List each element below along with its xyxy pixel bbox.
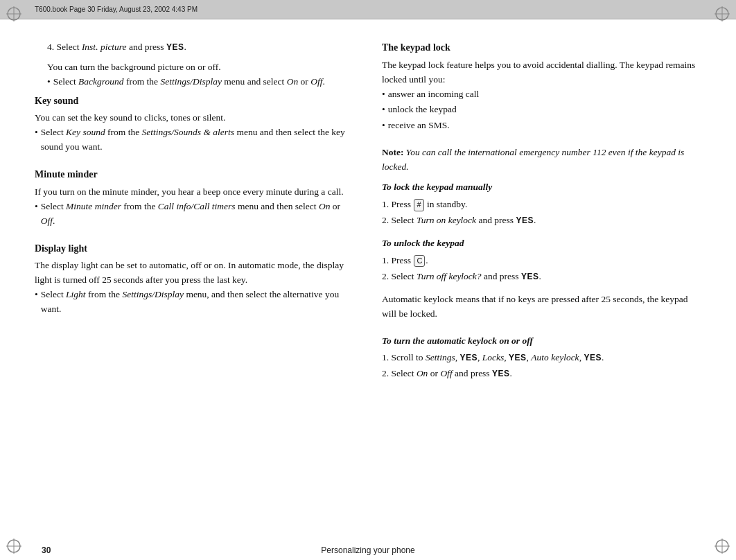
key-sound-title: Key sound (35, 94, 354, 109)
background-para: You can turn the background picture on o… (47, 60, 354, 89)
key-sound-body: You can set the key sound to clicks, ton… (35, 111, 354, 125)
display-light-section: Display light The display light can be s… (35, 241, 354, 317)
c-key-icon: C (414, 255, 425, 267)
yes-label-7: YES (492, 369, 510, 378)
keypad-bullet-2: • unlock the keypad (382, 103, 701, 117)
on-italic-r: On (417, 368, 428, 378)
call-info-italic: Call info/Call timers (158, 201, 236, 211)
yes-label-5: YES (509, 353, 527, 362)
key-sound-bullet-text: Select Key sound from the Settings/Sound… (41, 125, 354, 155)
yes-label-3: YES (521, 272, 539, 281)
turn-auto-step-2: 2. Select On or Off and press YES. (382, 367, 701, 381)
note-text: You can call the international emergency… (382, 147, 684, 172)
turn-auto-title: To turn the automatic keylock on or off (382, 334, 701, 349)
settings-italic-r: Settings (426, 352, 455, 362)
unlock-section: To unlock the keypad 1. Press C. 2. Sele… (382, 236, 701, 284)
header-text: T600.book Page 30 Friday, August 23, 200… (35, 6, 198, 13)
yes-label-1: YES (166, 42, 184, 52)
keypad-bullet-3-text: receive an SMS. (388, 119, 450, 133)
minute-minder-bullet-text: Select Minute minder from the Call info/… (41, 200, 354, 229)
auto-keylock-text: Automatic keylock means that if no keys … (382, 294, 688, 319)
lock-step-2: 2. Select Turn on keylock and press YES. (382, 213, 701, 228)
keypad-lock-section: The keypad lock The keypad lock feature … (382, 40, 701, 133)
unlock-step-2: 2. Select Turn off keylock? and press YE… (382, 270, 701, 284)
background-italic: Background (78, 76, 123, 87)
turn-auto-step-1-text: 1. Scroll to Settings, YES, Locks, YES, … (382, 352, 604, 362)
display-light-title: Display light (35, 241, 354, 256)
lock-step-1-text: 1. Press # in standby. (382, 199, 467, 209)
keypad-lock-body: The keypad lock feature helps you to avo… (382, 58, 701, 87)
note-label: Note: (382, 147, 403, 157)
unlock-title: To unlock the keypad (382, 236, 701, 251)
left-column: 4. Select Inst. picture and press YES. Y… (35, 40, 354, 527)
unlock-step-1: 1. Press C. (382, 254, 701, 268)
yes-label-2: YES (516, 216, 534, 225)
minute-minder-body: If you turn on the minute minder, you he… (35, 185, 354, 200)
page: T600.book Page 30 Friday, August 23, 200… (0, 0, 736, 560)
on-italic-1: On (287, 76, 299, 87)
item-4: 4. Select Inst. picture and press YES. (47, 40, 354, 55)
turn-off-keylock-italic: Turn off keylock? (417, 271, 482, 281)
bullet-symbol-2: • (35, 125, 38, 155)
bullet-symbol-1: • (47, 75, 51, 89)
auto-keylock-italic: Auto keylock (531, 352, 579, 362)
inst-picture-label: Inst. picture (82, 42, 127, 52)
hash-key-icon: # (414, 199, 423, 211)
off-italic-1: Off (310, 76, 322, 87)
display-light-body: The display light can be set to automati… (35, 259, 354, 288)
yes-label-4: YES (460, 353, 478, 362)
lock-step-1: 1. Press # in standby. (382, 198, 701, 212)
unlock-step-2-text: 2. Select Turn off keylock? and press YE… (382, 271, 541, 281)
keypad-bullet-1-text: answer an incoming call (388, 87, 480, 102)
bullet-symbol-r1: • (382, 87, 385, 102)
footer-section-title: Personalizing your phone (321, 545, 414, 555)
key-sound-italic: Key sound (66, 127, 105, 137)
background-bullet-text: Select Background from the Settings/Disp… (53, 75, 325, 89)
yes-label-6: YES (584, 353, 602, 362)
minute-minder-bullet: • Select Minute minder from the Call inf… (35, 200, 354, 229)
on-italic-2: On (319, 201, 331, 211)
off-italic-2: Off (41, 216, 53, 226)
settings-display-italic-2: Settings/Display (123, 289, 184, 299)
background-body: You can turn the background picture on o… (47, 60, 354, 75)
keypad-note: Note: You can call the international eme… (382, 146, 701, 175)
bullet-symbol-4: • (35, 288, 38, 317)
display-light-bullet: • Select Light from the Settings/Display… (35, 288, 354, 317)
locks-italic: Locks (482, 352, 505, 362)
lock-manually-section: To lock the keypad manually 1. Press # i… (382, 180, 701, 228)
turn-auto-section: To turn the automatic keylock on or off … (382, 334, 701, 382)
minute-minder-italic: Minute minder (66, 201, 121, 211)
turn-auto-step-2-text: 2. Select On or Off and press YES. (382, 368, 512, 378)
footer-page-number: 30 (42, 545, 51, 555)
item-4-number: 4. Select Inst. picture and press YES. (47, 42, 186, 52)
settings-display-italic: Settings/Display (160, 76, 222, 87)
content-area: 4. Select Inst. picture and press YES. Y… (0, 19, 736, 541)
bullet-symbol-r2: • (382, 103, 385, 117)
keypad-bullet-3: • receive an SMS. (382, 119, 701, 133)
bullet-symbol-3: • (35, 200, 38, 229)
auto-keylock-info: Automatic keylock means that if no keys … (382, 292, 701, 322)
turn-on-keylock-italic: Turn on keylock (417, 215, 476, 225)
bullet-symbol-r3: • (382, 119, 385, 133)
unlock-step-1-text: 1. Press C. (382, 255, 428, 265)
display-light-bullet-text: Select Light from the Settings/Display m… (41, 288, 354, 317)
key-sound-section: Key sound You can set the key sound to c… (35, 94, 354, 155)
key-sound-bullet: • Select Key sound from the Settings/Sou… (35, 125, 354, 155)
settings-sounds-italic: Settings/Sounds & alerts (142, 127, 235, 137)
right-column: The keypad lock The keypad lock feature … (382, 40, 701, 527)
lock-step-2-text: 2. Select Turn on keylock and press YES. (382, 215, 536, 225)
header-bar: T600.book Page 30 Friday, August 23, 200… (0, 0, 736, 19)
minute-minder-section: Minute minder If you turn on the minute … (35, 167, 354, 228)
off-italic-r: Off (440, 368, 452, 378)
turn-auto-step-1: 1. Scroll to Settings, YES, Locks, YES, … (382, 351, 701, 365)
lock-manually-title: To lock the keypad manually (382, 180, 701, 195)
keypad-bullet-2-text: unlock the keypad (388, 103, 457, 117)
keypad-bullet-1: • answer an incoming call (382, 87, 701, 102)
minute-minder-title: Minute minder (35, 167, 354, 182)
light-italic: Light (66, 289, 86, 299)
footer-bar: 30 Personalizing your phone (0, 541, 736, 560)
background-bullet: • Select Background from the Settings/Di… (47, 75, 354, 89)
keypad-lock-title: The keypad lock (382, 40, 701, 55)
